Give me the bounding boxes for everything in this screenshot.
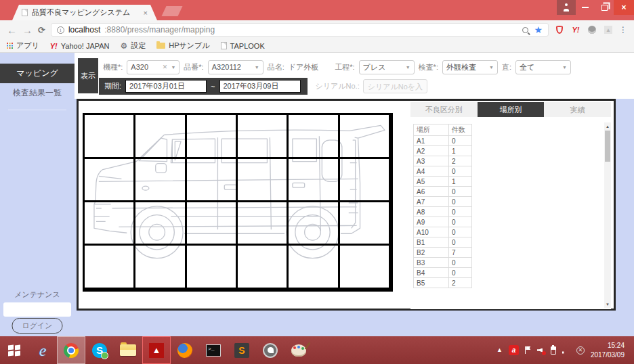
grid-cell[interactable] [85,246,135,290]
reload-button[interactable]: ⟳ [38,26,45,35]
part-name-label: 品名: [268,62,284,72]
scroll-down-icon[interactable]: ▼ [604,300,611,308]
bookmark-hp-sample[interactable]: HPサンプル [156,41,209,51]
inspection-select[interactable]: 外観検査 ▼ [442,60,498,74]
taskbar-sublime[interactable]: S [228,336,256,364]
tab-actual[interactable]: 実績 [544,102,611,117]
model-select[interactable]: A320 ✕ ▼ [127,60,179,74]
table-row: A21 [414,146,472,156]
login-button[interactable]: ログイン [12,318,62,334]
serial-input[interactable] [363,79,427,93]
grid-cell[interactable] [340,159,391,203]
grid-cell[interactable] [135,159,186,203]
grid-cell[interactable] [238,246,289,290]
taskbar-paint[interactable] [284,336,313,364]
zoom-out-icon[interactable] [522,27,528,33]
scroll-up-icon[interactable]: ▲ [604,122,611,130]
grid-cell[interactable] [340,246,391,290]
maintenance-password-input[interactable] [3,302,71,317]
shift-label: 直: [502,62,511,72]
extension-button[interactable] [587,26,597,34]
back-button[interactable]: ← [7,25,17,35]
grid-cell[interactable] [238,159,289,203]
cell-location: B4 [414,268,449,278]
taskbar-adobe-reader[interactable]: ▲ [142,336,171,364]
forward-button[interactable]: → [22,25,33,35]
ie-icon: e [39,342,47,359]
taskbar-explorer[interactable] [114,336,142,364]
bookmark-star-icon[interactable]: ★ [534,25,543,35]
taskbar-media-player[interactable] [256,336,284,364]
grid-cell[interactable] [289,159,339,203]
grid-cell[interactable] [238,202,289,246]
no-internet-icon[interactable]: ✕ [576,346,585,355]
table-row: B10 [414,237,472,248]
grid-cell[interactable] [85,202,135,246]
network-signal-icon[interactable] [562,347,570,354]
bookmark-yahoo[interactable]: Y! Yahoo! JAPAN [50,42,110,50]
yahoo-extension-button[interactable]: Y! [570,26,581,34]
profile-button[interactable] [557,0,576,15]
action-center-flag-icon[interactable] [525,346,531,354]
adobe-extension-button[interactable]: ▲ [603,26,614,34]
avira-extension-button[interactable] [554,26,565,34]
minimize-button[interactable] [576,0,595,15]
tab-close-icon[interactable]: × [144,9,148,17]
maximize-button[interactable] [595,0,614,15]
taskbar-clock[interactable]: 15:24 2017/03/09 [591,341,627,359]
volume-icon[interactable] [537,347,545,354]
cell-location: B3 [414,258,449,268]
display-button[interactable]: 表示 [78,58,98,93]
scroll-thumb[interactable] [605,131,610,162]
grid-cell[interactable] [85,115,135,159]
maintenance-label: メンテナンス [0,290,75,300]
period-from-input[interactable] [125,80,207,93]
tray-expand-icon[interactable]: ▲ [496,347,503,353]
clear-icon[interactable]: ✕ [163,64,168,70]
period-to-input[interactable] [219,80,301,93]
grid-cell[interactable] [187,159,238,203]
site-info-icon[interactable]: i [57,26,64,34]
taskbar-firefox[interactable] [171,336,199,364]
new-tab-button[interactable] [162,6,183,16]
grid-cell[interactable] [289,202,339,246]
browser-menu-button[interactable]: ⋮ [619,25,627,35]
sidebar-item-inspection-results[interactable]: 検査結果一覧 [0,83,75,103]
chevron-down-icon: ▼ [406,65,410,70]
avira-icon[interactable]: a [509,345,519,355]
tab-location[interactable]: 場所別 [478,102,545,117]
battery-icon[interactable] [551,346,556,355]
grid-cell[interactable] [289,246,339,290]
taskbar-ie[interactable]: e [28,336,57,364]
grid-cell[interactable] [238,115,289,159]
grid-cell[interactable] [135,202,186,246]
grid-cell[interactable] [340,115,391,159]
grid-cell[interactable] [85,159,135,203]
bookmark-apps[interactable]: アプリ [7,41,39,51]
bookmark-settings[interactable]: ⚙ 設定 [121,41,146,51]
clock-date: 2017/03/09 [591,350,625,360]
address-bar[interactable]: i localhost:8880/press/manager/mapping ★ [51,23,549,37]
close-button[interactable]: × [614,0,634,15]
browser-tab[interactable]: 品質不良マッピングシステム × [12,5,157,20]
grid-cell[interactable] [135,246,186,290]
tab-defect-category[interactable]: 不良区分別 [410,102,478,117]
cell-location: B2 [414,248,449,258]
cell-count: 0 [449,258,472,268]
grid-cell[interactable] [135,115,186,159]
part-no-select[interactable]: A320112 ▼ [208,60,263,74]
grid-cell[interactable] [187,246,238,290]
shift-select[interactable]: 全て ▼ [515,60,571,74]
grid-cell[interactable] [187,202,238,246]
results-scrollbar[interactable]: ▲ ▼ [604,122,611,308]
start-button[interactable] [0,336,28,364]
taskbar-terminal[interactable]: >_ [199,336,228,364]
taskbar-skype[interactable]: S [85,336,114,364]
grid-cell[interactable] [289,115,339,159]
grid-cell[interactable] [187,115,238,159]
sidebar-item-mapping[interactable]: マッピング [0,64,75,83]
bookmark-taplook[interactable]: TAPLOOK [221,42,265,50]
grid-cell[interactable] [340,202,391,246]
taskbar-chrome[interactable] [57,336,85,364]
process-select[interactable]: プレス ▼ [359,60,415,74]
